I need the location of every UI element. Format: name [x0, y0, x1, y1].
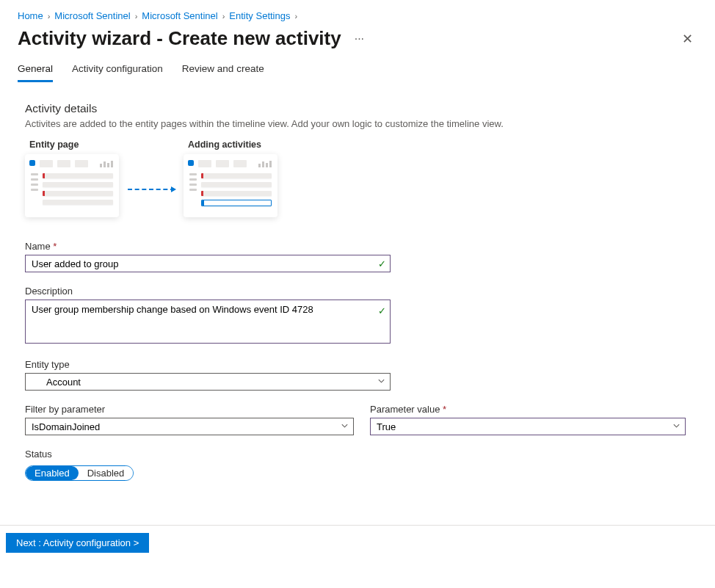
adding-activities-illustration: [184, 154, 277, 217]
entity-page-illustration: [25, 154, 119, 217]
breadcrumb-sentinel-2[interactable]: Microsoft Sentinel: [142, 10, 217, 21]
tab-review-and-create[interactable]: Review and create: [182, 63, 264, 82]
parameter-value-label: Parameter value *: [370, 404, 693, 415]
breadcrumb-entity-settings[interactable]: Entity Settings: [229, 10, 290, 21]
breadcrumb-home[interactable]: Home: [18, 10, 43, 21]
next-button[interactable]: Next : Activity configuration >: [6, 533, 149, 553]
breadcrumb: Home › Microsoft Sentinel › Microsoft Se…: [18, 10, 697, 21]
close-button[interactable]: ✕: [678, 28, 697, 50]
breadcrumb-sentinel-1[interactable]: Microsoft Sentinel: [54, 10, 130, 21]
chevron-right-icon: ›: [48, 12, 51, 21]
caption-entity-page: Entity page: [29, 139, 119, 150]
chevron-right-icon: ›: [294, 12, 297, 21]
section-title: Activity details: [25, 102, 693, 115]
page-title: Activity wizard - Create new activity: [18, 27, 341, 50]
chevron-right-icon: ›: [222, 12, 225, 21]
parameter-value-select[interactable]: [370, 418, 686, 435]
caption-adding-activities: Adding activities: [188, 139, 277, 150]
entity-type-select[interactable]: [25, 373, 391, 391]
check-icon: ✓: [378, 305, 386, 316]
description-input[interactable]: User group membership change based on Wi…: [25, 300, 391, 344]
filter-by-parameter-select[interactable]: [25, 418, 354, 435]
section-description: Activites are added to the entity pages …: [25, 118, 693, 129]
tabs: General Activity configuration Review an…: [18, 63, 697, 83]
name-input[interactable]: [25, 255, 391, 272]
status-enabled[interactable]: Enabled: [26, 466, 79, 480]
status-toggle[interactable]: Enabled Disabled: [25, 465, 134, 481]
chevron-right-icon: ›: [135, 12, 138, 21]
status-disabled[interactable]: Disabled: [79, 466, 134, 480]
name-label: Name *: [25, 241, 693, 252]
tab-general[interactable]: General: [18, 63, 53, 82]
description-label: Description: [25, 286, 693, 297]
filter-by-parameter-label: Filter by parameter: [25, 404, 354, 415]
tab-activity-configuration[interactable]: Activity configuration: [72, 63, 163, 82]
more-icon[interactable]: ···: [350, 29, 369, 48]
check-icon: ✓: [378, 258, 386, 269]
required-icon: *: [443, 404, 446, 415]
illustration-row: Entity page Adding activities: [25, 139, 693, 217]
status-label: Status: [25, 449, 693, 460]
arrow-icon: [128, 189, 175, 190]
required-icon: *: [53, 241, 57, 252]
entity-type-label: Entity type: [25, 359, 693, 370]
